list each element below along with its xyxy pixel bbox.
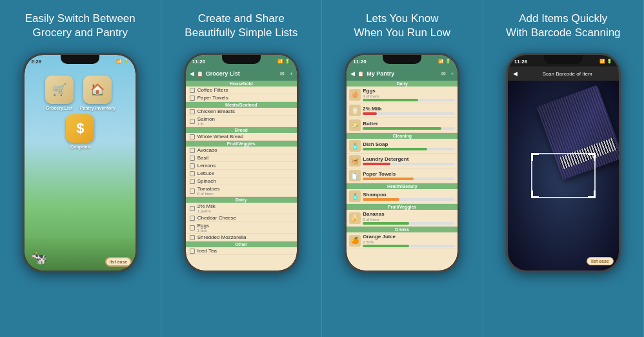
coupons-icon[interactable]: $ Coupons [66,114,94,149]
add-icon-3[interactable]: + [451,71,454,77]
time-4: 11:26 [514,59,527,65]
category-meats: Meats/Seafood [186,102,297,108]
list-item[interactable]: Cheddar Cheese [186,214,297,222]
pantry-item-text: Paper Towels [363,171,455,180]
pantry-category-cleaning: Cleaning [347,133,458,139]
scan-corner-br [588,190,596,198]
pantry-label: Pantry Inventory [80,106,116,110]
mail-icon-2[interactable]: ✉ [280,71,285,77]
list-item[interactable]: Tomatoes6 of them [186,185,297,197]
grocery-icon-box: 🛒 [45,76,74,104]
icon-row-2: $ Coupons [66,114,94,149]
pantry-category-health: Health/Beauty [347,183,458,189]
list-item[interactable]: Lettuce [186,170,297,178]
phone-notch-4 [544,55,583,64]
category-fruits: Fruit/Veggies [186,141,297,147]
coupon-label: Coupons [70,145,90,149]
time-1: 2:28 [31,59,41,65]
list-item[interactable]: Eggs1 box [186,222,297,234]
panel-2-title: Create and Share Beautifully Simple List… [185,12,297,45]
phone-1: 2:28 📶 🔋 🛒 Grocery List 🏠 Pantry Invento… [23,53,137,272]
pantry-item[interactable]: 🧴 Dish Soap [347,139,458,154]
list-item[interactable]: Iced Tea [186,247,297,255]
pantry-item[interactable]: 🥚 Eggs 3 of them [347,87,458,103]
scan-corner-bl [531,190,539,198]
list-item[interactable]: Spinach [186,178,297,185]
listease-logo-4: list ease [587,257,614,265]
scan-frame [531,153,596,198]
signal-4: 📶 🔋 [599,59,612,64]
list-item[interactable]: Basil [186,154,297,162]
phone-3: 11:20 📶 🔋 ◀ 📋 My Pantry ✉ + Dairy 🥚 [345,53,459,272]
pantry-item-icon: 🍊 [349,235,361,247]
list-header: ◀ 📋 Grocery List ✉ + [186,66,297,81]
signal-2: 📶 🔋 [277,59,290,64]
pantry-scroll-area[interactable]: Dairy 🥚 Eggs 3 of them 🥛 2% Milk [347,81,458,271]
home-screen: 2:28 📶 🔋 🛒 Grocery List 🏠 Pantry Invento… [25,55,136,271]
list-item[interactable]: Whole Wheat Bread [186,133,297,141]
pantry-item-text: Butter [363,121,455,130]
panel-1: Easily Switch Between Grocery and Pantry… [0,0,161,337]
scan-corner-tr [588,153,596,161]
back-arrow-3[interactable]: ◀ [350,70,355,77]
phone-screen-2: 11:20 📶 🔋 ◀ 📋 Grocery List ✉ + Household… [186,55,297,271]
pantry-item[interactable]: 🥛 2% Milk [347,103,458,118]
pantry-item[interactable]: 🧻 Paper Towels [347,168,458,183]
pantry-item[interactable]: 🍊 Orange Juice 2 50% [347,232,458,249]
back-arrow-4[interactable]: ◀ [513,70,518,77]
panel-3: Lets You Know When You Run Low 11:20 📶 🔋… [322,0,483,337]
pantry-icon-box: 🏠 [83,76,112,104]
barcode-header-title: Scan Barcode of Item [543,71,592,77]
pantry-item[interactable]: 🍌 Bananas 5 of them [347,210,458,227]
cow-decoration: 🐄 [31,250,47,265]
pantry-icon[interactable]: 🏠 Pantry Inventory [80,76,116,110]
phone-4: 11:26 📶 🔋 ◀ Scan Barcode of Item [506,53,621,272]
phone-screen-3: 11:20 📶 🔋 ◀ 📋 My Pantry ✉ + Dairy 🥚 [347,55,458,271]
list-item[interactable]: Lemons [186,162,297,170]
pantry-header-title: My Pantry [367,70,394,77]
grocery-list-icon[interactable]: 🛒 Grocery List [45,76,74,110]
phone-screen-1: 2:28 📶 🔋 🛒 Grocery List 🏠 Pantry Invento… [25,55,136,271]
phone-2: 11:20 📶 🔋 ◀ 📋 Grocery List ✉ + Household… [184,53,299,272]
signal-3: 📶 🔋 [438,59,451,64]
pantry-item[interactable]: 🧈 Butter [347,118,458,133]
pantry-category-fruit: Fruit/Veggies [347,204,458,210]
list-item[interactable]: Paper Towels [186,94,297,102]
list-item[interactable]: 2% Milk1 gallon [186,203,297,214]
pantry-item-icon: 🧻 [349,170,361,181]
back-arrow-2[interactable]: ◀ [190,70,194,77]
scan-corner-tl [531,153,539,161]
list-item[interactable]: Avocado [186,147,297,154]
list-item[interactable]: Salmon1 lb [186,116,297,127]
pantry-item[interactable]: 🧴 Shampoo [347,189,458,204]
coupon-icon-box: $ [66,114,94,143]
pantry-item-text: Shampoo [363,192,455,201]
panel-1-title: Easily Switch Between Grocery and Pantry [25,12,136,45]
panel-4: Add Items Quickly With Barcode Scanning … [483,0,645,337]
list-item[interactable]: Coffee Filters [186,87,297,94]
list-item[interactable]: Shredded Mozzarella [186,234,297,241]
phone-screen-4: 11:26 📶 🔋 ◀ Scan Barcode of Item [508,55,619,271]
category-other: Other [186,241,297,247]
list-header-title: Grocery List [206,70,240,77]
barcode-screen: 11:26 📶 🔋 ◀ Scan Barcode of Item [508,55,619,271]
pantry-icon-header: 📋 [357,71,364,77]
pantry-item-icon: 🍌 [349,212,361,224]
pantry-item-text: Dish Soap [363,141,455,150]
panel-2: Create and Share Beautifully Simple List… [161,0,323,337]
phone-notch-3 [383,55,421,64]
pantry-item[interactable]: 🧺 Laundry Detergent [347,154,458,168]
add-icon-2[interactable]: + [290,71,293,77]
pantry-item-text: Eggs 3 of them [363,88,455,101]
pantry-item-icon: 🥛 [349,105,361,116]
list-item[interactable]: Chicken Breasts [186,108,297,116]
signal-1: 📶 🔋 [116,59,129,64]
grocery-label: Grocery List [46,106,72,110]
pantry-category-dairy: Dairy [347,81,458,87]
panel-3-title: Lets You Know When You Run Low [354,12,450,45]
icon-row-1: 🛒 Grocery List 🏠 Pantry Inventory [45,76,116,110]
list-scroll-area[interactable]: Household Coffee Filters Paper Towels Me… [186,81,297,271]
category-bread: Bread [186,127,297,133]
list-icon: 📋 [197,71,203,77]
mail-icon-3[interactable]: ✉ [441,71,446,77]
